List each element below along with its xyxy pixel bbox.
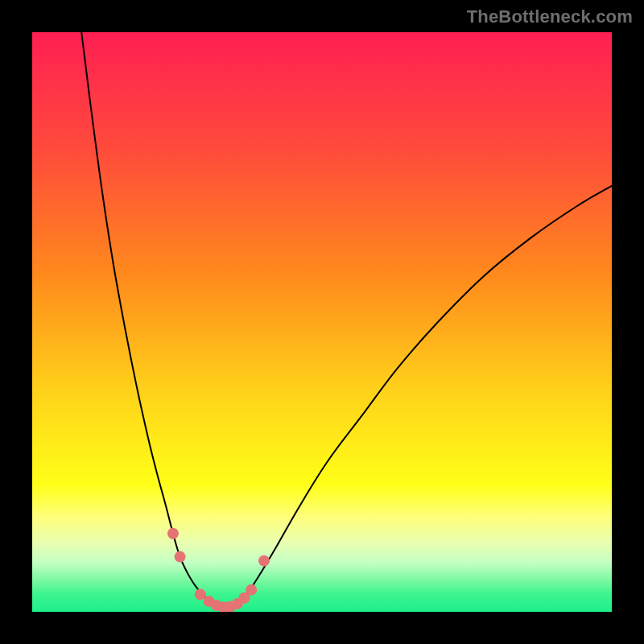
plot-area <box>32 32 612 612</box>
chart-frame: TheBottleneck.com <box>0 0 644 644</box>
left-marker-lower <box>175 551 186 563</box>
left-marker-upper <box>167 528 179 539</box>
series-left-curve <box>81 32 215 605</box>
curves-layer <box>32 32 612 612</box>
series-right-curve <box>238 186 612 603</box>
watermark-text: TheBottleneck.com <box>467 6 633 27</box>
right-marker-upper <box>258 555 270 567</box>
floor-marker-8 <box>246 584 257 596</box>
